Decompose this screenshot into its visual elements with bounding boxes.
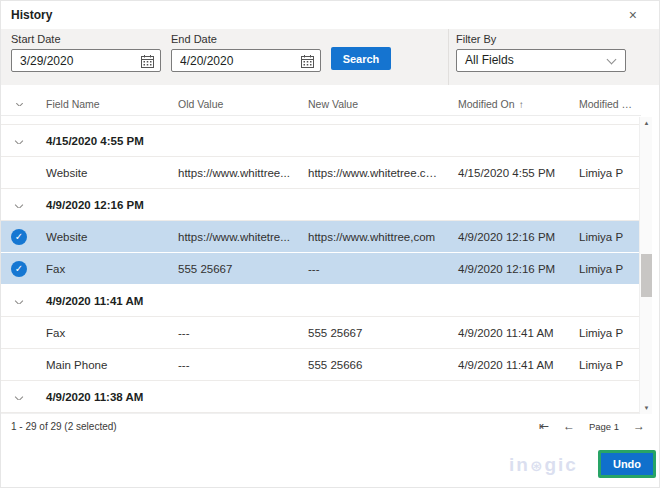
record-count: 1 - 29 of 29 (2 selected) — [11, 421, 117, 432]
undo-button-highlight: Undo — [598, 450, 656, 478]
calendar-icon[interactable] — [141, 54, 154, 72]
table-row[interactable]: ✓Websitehttps://www.whitetre...https://w… — [1, 221, 641, 253]
page-number-label: Page 1 — [589, 421, 619, 432]
check-icon: ✓ — [11, 261, 27, 277]
table-row[interactable]: Fax---555 256674/9/2020 11:41 AMLimiya P — [1, 317, 641, 349]
old-value-cell: https://www.whitetre... — [169, 231, 299, 243]
filter-by-dropdown[interactable]: All Fields — [456, 49, 626, 72]
group-chevron-icon[interactable] — [1, 138, 37, 144]
new-value-cell: https://www.whittree,com — [299, 231, 449, 243]
start-date-label: Start Date — [11, 33, 161, 45]
dialog-titlebar: History × — [1, 1, 659, 29]
new-value-cell: 555 25667 — [299, 327, 449, 339]
table-row[interactable]: Websitehttps://www.whittree...https://ww… — [1, 157, 641, 189]
scrollbar-thumb[interactable] — [641, 254, 652, 297]
new-value-cell: --- — [299, 263, 449, 275]
grid-top-spacer — [1, 117, 641, 125]
modified-on-cell: 4/15/2020 4:55 PM — [449, 167, 570, 179]
scroll-down-icon[interactable]: ▼ — [640, 405, 653, 411]
old-value-cell: 555 25667 — [169, 263, 299, 275]
filter-by-label: Filter By — [456, 33, 626, 45]
group-header-row[interactable]: 4/9/2020 11:41 AM — [1, 285, 641, 317]
field-name-cell: Website — [37, 231, 169, 243]
filterbar-divider — [448, 29, 449, 85]
old-value-cell: https://www.whittree... — [169, 167, 299, 179]
end-date-group: End Date — [171, 33, 321, 72]
action-bar: in⊛gic Undo — [1, 446, 659, 488]
field-name-cell: Main Phone — [37, 359, 169, 371]
table-row[interactable]: ✓Fax555 25667---4/9/2020 12:16 PMLimiya … — [1, 253, 641, 285]
column-header-modified-on[interactable]: Modified On↑ — [449, 98, 570, 110]
row-selected-cell[interactable]: ✓ — [1, 229, 37, 245]
filter-by-group: Filter By All Fields — [456, 33, 626, 72]
group-time-label: 4/9/2020 11:38 AM — [37, 391, 641, 403]
modified-by-cell: Limiya P — [570, 263, 641, 275]
table-row[interactable]: Main Phone---555 256664/9/2020 11:41 AML… — [1, 349, 641, 381]
modified-by-cell: Limiya P — [570, 167, 641, 179]
status-bar: 1 - 29 of 29 (2 selected) ⇤ ← Page 1 → — [1, 414, 659, 442]
group-header-row[interactable]: 4/15/2020 4:55 PM — [1, 125, 641, 157]
new-value-cell: https://www.whitetree.com — [299, 167, 449, 179]
first-page-icon[interactable]: ⇤ — [539, 419, 549, 433]
column-header-old-value[interactable]: Old Value — [169, 98, 299, 110]
calendar-icon[interactable] — [301, 54, 314, 72]
start-date-input[interactable] — [11, 49, 161, 72]
new-value-cell: 555 25666 — [299, 359, 449, 371]
pagination: ⇤ ← Page 1 → — [539, 419, 645, 433]
field-name-cell: Fax — [37, 327, 169, 339]
old-value-cell: --- — [169, 327, 299, 339]
column-header-field-name[interactable]: Field Name — [37, 98, 169, 110]
field-name-cell: Website — [37, 167, 169, 179]
undo-button[interactable]: Undo — [601, 453, 653, 475]
inogic-logo: in⊛gic — [509, 454, 578, 476]
group-time-label: 4/9/2020 11:41 AM — [37, 295, 641, 307]
next-page-icon[interactable]: → — [633, 419, 645, 433]
search-button[interactable]: Search — [331, 47, 391, 70]
select-all-chevron-icon[interactable] — [1, 103, 37, 106]
filter-bar: Start Date End Date Search Filter By — [1, 29, 659, 85]
modified-by-cell: Limiya P — [570, 327, 641, 339]
end-date-input[interactable] — [171, 49, 321, 72]
logo-o-icon: ⊛ — [530, 457, 545, 474]
group-header-row[interactable]: 4/9/2020 12:16 PM — [1, 189, 641, 221]
modified-on-cell: 4/9/2020 12:16 PM — [449, 263, 570, 275]
column-header-modified-by[interactable]: Modified By — [570, 98, 641, 110]
field-name-cell: Fax — [37, 263, 169, 275]
modified-on-cell: 4/9/2020 12:16 PM — [449, 231, 570, 243]
grid-header: Field Name Old Value New Value Modified … — [1, 93, 641, 116]
check-icon: ✓ — [11, 229, 27, 245]
start-date-group: Start Date — [11, 33, 161, 72]
history-grid-body: 4/15/2020 4:55 PMWebsitehttps://www.whit… — [1, 117, 641, 414]
close-icon[interactable]: × — [625, 5, 641, 25]
modified-on-cell: 4/9/2020 11:41 AM — [449, 359, 570, 371]
group-header-row[interactable]: 4/9/2020 11:38 AM — [1, 381, 641, 413]
group-chevron-icon[interactable] — [1, 298, 37, 304]
modified-on-cell: 4/9/2020 11:41 AM — [449, 327, 570, 339]
chevron-down-icon — [607, 55, 617, 65]
dialog-title: History — [11, 8, 52, 22]
column-header-new-value[interactable]: New Value — [299, 98, 449, 110]
group-chevron-icon[interactable] — [1, 394, 37, 400]
filter-by-value: All Fields — [465, 53, 514, 67]
group-time-label: 4/9/2020 12:16 PM — [37, 199, 641, 211]
vertical-scrollbar[interactable]: ▲ ▼ — [639, 117, 652, 414]
modified-by-cell: Limiya P — [570, 231, 641, 243]
end-date-label: End Date — [171, 33, 321, 45]
row-selected-cell[interactable]: ✓ — [1, 261, 37, 277]
sort-ascending-icon: ↑ — [519, 99, 524, 110]
modified-by-cell: Limiya P — [570, 359, 641, 371]
history-dialog: History × Start Date End Date Search — [0, 0, 660, 488]
group-chevron-icon[interactable] — [1, 202, 37, 208]
old-value-cell: --- — [169, 359, 299, 371]
previous-page-icon[interactable]: ← — [563, 419, 575, 433]
group-time-label: 4/15/2020 4:55 PM — [37, 135, 641, 147]
scroll-up-icon[interactable]: ▲ — [640, 120, 653, 126]
